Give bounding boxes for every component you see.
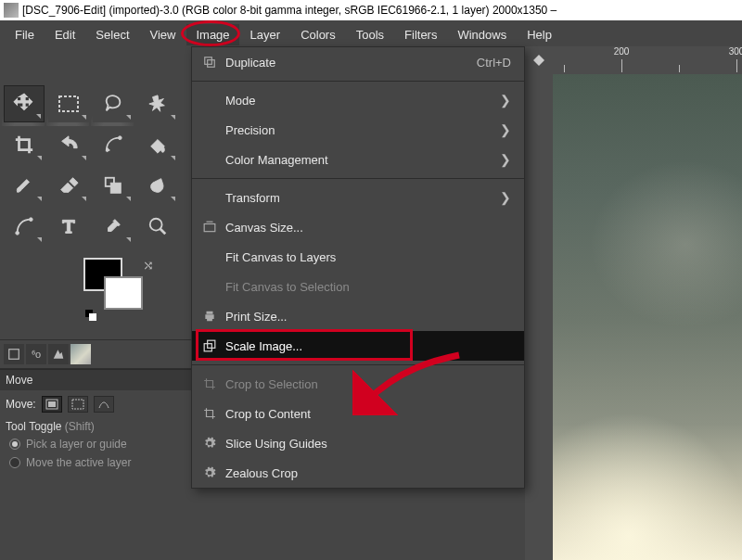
- radio-move-active[interactable]: Move the active layer: [0, 453, 191, 472]
- tool-crop[interactable]: [4, 126, 45, 163]
- print-icon: [199, 310, 220, 323]
- gear-icon: [199, 437, 220, 450]
- background-color[interactable]: [104, 276, 143, 310]
- tool-smudge[interactable]: [137, 167, 178, 204]
- menu-item-scale-image[interactable]: Scale Image...: [192, 331, 524, 361]
- menu-item-label: Mode: [225, 94, 500, 108]
- menu-select[interactable]: Select: [86, 24, 138, 45]
- tool-paths[interactable]: [4, 208, 45, 245]
- menu-separator: [192, 178, 524, 179]
- menu-item-label: Slice Using Guides: [225, 437, 511, 451]
- horizontal-ruler[interactable]: 200 300: [553, 46, 742, 74]
- move-mode-layer[interactable]: [42, 396, 62, 413]
- menu-item-canvas-size[interactable]: Canvas Size...: [192, 212, 524, 242]
- radio-move-active-label: Move the active layer: [26, 456, 131, 469]
- menu-tools[interactable]: Tools: [347, 24, 393, 45]
- tool-bucket-fill[interactable]: [137, 126, 178, 163]
- menu-item-mode[interactable]: Mode ❯: [192, 85, 524, 115]
- tool-toggle-text: Tool Toggle: [6, 420, 65, 433]
- svg-rect-10: [72, 400, 83, 409]
- menu-image[interactable]: Image: [186, 24, 238, 45]
- ruler-corner[interactable]: [525, 46, 553, 74]
- tool-fuzzy-select[interactable]: [137, 85, 178, 122]
- menu-item-label: Transform: [225, 191, 500, 205]
- dock-tab-options[interactable]: [4, 344, 24, 364]
- menu-file[interactable]: File: [6, 24, 44, 45]
- radio-pick-layer[interactable]: Pick a layer or guide: [0, 435, 191, 453]
- menu-windows[interactable]: Windows: [448, 24, 516, 45]
- menu-image-label: Image: [196, 28, 229, 42]
- app-icon: [4, 3, 19, 18]
- tool-move[interactable]: [4, 85, 45, 122]
- svg-rect-7: [9, 350, 19, 360]
- tool-rotate[interactable]: [48, 126, 89, 163]
- dock-tab-history[interactable]: [48, 344, 69, 364]
- menu-item-color-management[interactable]: Color Management ❯: [192, 145, 524, 174]
- menu-item-precision[interactable]: Precision ❯: [192, 115, 524, 145]
- menu-item-slice-guides[interactable]: Slice Using Guides: [192, 428, 524, 458]
- toolbox-panel: ⤭ ⁶o Move Move: Tool Toggle (Shift) Pick…: [0, 46, 191, 560]
- tool-paintbrush[interactable]: [4, 167, 45, 204]
- crop-icon: [199, 377, 220, 390]
- dock-tab-images[interactable]: [70, 344, 91, 364]
- menu-item-fit-canvas-layers[interactable]: Fit Canvas to Layers: [192, 242, 524, 272]
- menu-edit[interactable]: Edit: [45, 24, 84, 45]
- menu-layer[interactable]: Layer: [241, 24, 290, 45]
- menu-item-fit-canvas-selection: Fit Canvas to Selection: [192, 272, 524, 301]
- submenu-arrow-icon: ❯: [500, 122, 511, 137]
- vertical-ruler[interactable]: [525, 74, 553, 560]
- menu-separator: [192, 364, 524, 365]
- swap-colors-icon[interactable]: ⤭: [143, 258, 154, 273]
- menu-item-accel: Ctrl+D: [477, 56, 511, 70]
- window-title: [DSC_7906-Edit] (imported)-3.0 (RGB colo…: [22, 4, 556, 17]
- svg-point-4: [16, 232, 19, 235]
- menu-item-crop-selection: Crop to Selection: [192, 369, 524, 399]
- menu-item-print-size[interactable]: Print Size...: [192, 301, 524, 331]
- radio-icon: [9, 457, 20, 468]
- submenu-arrow-icon: ❯: [500, 190, 511, 205]
- duplicate-icon: [199, 56, 220, 69]
- move-mode-selection[interactable]: [68, 396, 88, 413]
- tool-text[interactable]: [48, 208, 89, 245]
- image-menu-dropdown: Duplicate Ctrl+D Mode ❯ Precision ❯ Colo…: [191, 46, 525, 489]
- tool-eraser[interactable]: [48, 167, 89, 204]
- svg-rect-9: [48, 401, 56, 407]
- svg-rect-13: [204, 224, 215, 232]
- move-mode-path[interactable]: [94, 396, 114, 413]
- svg-rect-0: [59, 96, 78, 111]
- menu-item-label: Crop to Selection: [225, 377, 511, 391]
- menu-bar: File Edit Select View Image Layer Colors…: [0, 20, 742, 46]
- menu-item-transform[interactable]: Transform ❯: [192, 183, 524, 212]
- menu-item-label: Zealous Crop: [225, 466, 511, 480]
- tool-rect-select[interactable]: [48, 85, 89, 122]
- canvas-area: 200 300: [525, 46, 742, 560]
- tool-color-picker[interactable]: [93, 208, 134, 245]
- tool-clone[interactable]: [93, 167, 134, 204]
- menu-item-label: Fit Canvas to Layers: [225, 250, 511, 264]
- dock-tab-device[interactable]: ⁶o: [26, 344, 46, 364]
- canvas-size-icon: [199, 221, 220, 234]
- menu-help[interactable]: Help: [518, 24, 561, 45]
- menu-item-duplicate[interactable]: Duplicate Ctrl+D: [192, 47, 524, 77]
- scale-icon: [199, 339, 220, 352]
- default-colors-icon[interactable]: [85, 310, 98, 323]
- svg-point-6: [150, 219, 162, 231]
- menu-filters[interactable]: Filters: [395, 24, 446, 45]
- menu-item-crop-content[interactable]: Crop to Content: [192, 399, 524, 428]
- tool-zoom[interactable]: [137, 208, 178, 245]
- menu-view[interactable]: View: [141, 24, 186, 45]
- menu-item-label: Scale Image...: [225, 339, 511, 353]
- svg-point-1: [119, 136, 122, 140]
- svg-rect-12: [208, 60, 215, 68]
- menu-item-label: Print Size...: [225, 310, 511, 324]
- tool-free-select[interactable]: [93, 85, 134, 122]
- submenu-arrow-icon: ❯: [500, 93, 511, 108]
- image-canvas[interactable]: [553, 74, 742, 560]
- svg-point-5: [30, 218, 33, 222]
- menu-item-label: Precision: [225, 123, 500, 137]
- ruler-label: 300: [729, 46, 742, 57]
- menu-colors[interactable]: Colors: [291, 24, 345, 45]
- menu-item-label: Duplicate: [225, 56, 477, 70]
- menu-item-zealous-crop[interactable]: Zealous Crop: [192, 458, 524, 488]
- tool-warp[interactable]: [93, 126, 134, 163]
